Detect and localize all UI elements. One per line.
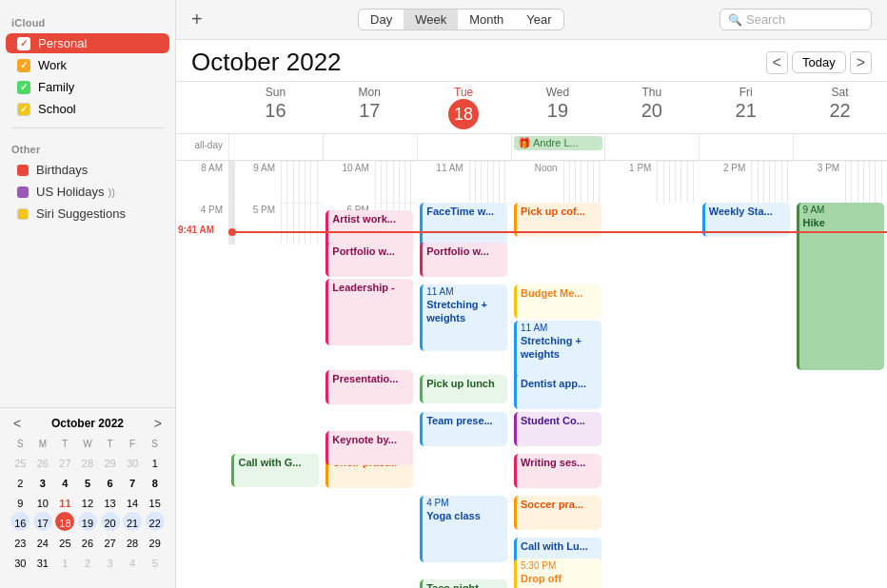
sidebar-item-birthdays[interactable]: Birthdays	[6, 160, 169, 180]
sidebar-item-school[interactable]: School	[6, 99, 169, 119]
time-cell-6-6[interactable]	[787, 161, 793, 203]
mini-cal-day-12[interactable]: 12	[78, 492, 97, 511]
event-3[interactable]: Leadership -	[325, 279, 413, 345]
mini-cal-day-17[interactable]: 17	[33, 512, 52, 531]
next-week-button[interactable]: >	[850, 51, 872, 74]
mini-cal-day-2[interactable]: 2	[10, 472, 30, 491]
mini-cal-day-27[interactable]: 27	[101, 532, 120, 551]
event-17[interactable]: Dentist app...	[514, 375, 601, 409]
mini-cal-day-6[interactable]: 6	[101, 472, 120, 491]
mini-cal-day-16[interactable]: 16	[10, 512, 30, 531]
time-label-0: 8 AM	[176, 161, 228, 203]
prev-week-button[interactable]: <	[766, 51, 788, 74]
mini-cal-day-8[interactable]: 8	[146, 472, 165, 491]
time-grid: 8 AM9 AM10 AM11 AMNoon1 PM2 PM3 PM4 PM5 …	[176, 161, 887, 588]
event-24[interactable]: 9 AMHike	[797, 203, 884, 370]
mini-cal-day-25-sep[interactable]: 25	[10, 452, 30, 471]
mini-cal-day-26[interactable]: 26	[78, 532, 97, 551]
event-2[interactable]: Portfolio w...	[325, 243, 413, 277]
time-cell-2-6[interactable]	[410, 161, 416, 203]
search-box[interactable]: 🔍 Search	[719, 9, 872, 30]
event-8[interactable]: Portfolio w...	[420, 243, 507, 277]
mini-cal-day-26-sep[interactable]: 26	[33, 452, 52, 471]
mini-cal-day-24[interactable]: 24	[33, 532, 52, 551]
time-cell-0-6[interactable]	[234, 161, 235, 203]
week-days-header: Sun 16 Mon 17 Tue 18 Wed 19 Thu 20 Fri 2…	[176, 82, 887, 134]
time-cell-3-6[interactable]	[504, 161, 510, 203]
mini-cal-day-29[interactable]: 29	[146, 532, 165, 551]
mini-cal-prev[interactable]: <	[10, 416, 25, 431]
mini-cal-next[interactable]: >	[150, 416, 166, 431]
wed-num: 19	[511, 99, 605, 122]
view-year-button[interactable]: Year	[515, 10, 562, 29]
view-day-button[interactable]: Day	[359, 10, 404, 29]
mini-cal-day-5[interactable]: 5	[78, 472, 97, 491]
mini-cal-day-14[interactable]: 14	[123, 492, 142, 511]
time-cell-4-6[interactable]	[599, 161, 604, 203]
mini-cal-day-1[interactable]: 1	[146, 452, 165, 471]
mini-cal-day-header-t: T	[54, 437, 76, 451]
sidebar-item-work[interactable]: Work	[6, 55, 169, 75]
event-11[interactable]: Team prese...	[420, 412, 507, 446]
allday-event-andre[interactable]: 🎁 Andre L...	[514, 136, 603, 150]
mini-cal-day-header-s2: S	[144, 437, 166, 451]
fri-num: 21	[699, 99, 793, 122]
mini-cal-day-30[interactable]: 30	[10, 552, 30, 571]
event-0[interactable]: Call with G...	[231, 454, 319, 487]
time-cell-5-6[interactable]	[693, 161, 699, 203]
mini-cal-day-10[interactable]: 10	[33, 492, 52, 511]
mini-cal-day-20[interactable]: 20	[101, 512, 120, 531]
mini-cal-day-9[interactable]: 9	[10, 492, 30, 511]
time-cell-1-6[interactable]	[317, 161, 323, 203]
event-10[interactable]: Pick up lunch	[420, 375, 507, 403]
event-9[interactable]: 11 AMStretching + weights	[420, 284, 507, 351]
event-18[interactable]: Student Co...	[514, 412, 601, 446]
mini-cal-day-21[interactable]: 21	[123, 512, 142, 531]
event-13[interactable]: 4 PMYoga class	[420, 496, 507, 562]
mini-cal-day-3-nov[interactable]: 3	[101, 552, 120, 571]
add-event-button[interactable]: +	[191, 9, 203, 30]
mini-cal-day-31[interactable]: 31	[33, 552, 52, 571]
time-cell-7-6[interactable]	[881, 161, 887, 203]
mini-cal-title: October 2022	[51, 417, 124, 430]
mini-cal-day-5-nov[interactable]: 5	[146, 552, 165, 571]
mini-cal-day-25[interactable]: 25	[55, 532, 74, 551]
fri-label: Fri	[739, 86, 753, 99]
mini-cal-day-29-sep[interactable]: 29	[101, 452, 120, 471]
time-cell-8-6[interactable]	[234, 203, 235, 245]
mini-cal-day-15[interactable]: 15	[146, 492, 165, 511]
today-button[interactable]: Today	[792, 51, 846, 73]
mini-cal-day-4-nov[interactable]: 4	[123, 552, 142, 571]
mini-cal-day-11[interactable]: 11	[55, 492, 74, 511]
mini-cal-day-28[interactable]: 28	[123, 532, 142, 551]
sidebar-item-us-holidays[interactable]: US Holidays ))	[6, 182, 169, 202]
mini-cal-day-4[interactable]: 4	[55, 472, 74, 491]
sidebar-item-family[interactable]: Family	[6, 77, 169, 97]
mini-cal-day-7[interactable]: 7	[123, 472, 142, 491]
time-cell-9-6[interactable]	[317, 203, 323, 245]
mini-cal-day-27-sep[interactable]: 27	[55, 452, 74, 471]
mini-cal-day-13[interactable]: 13	[101, 492, 120, 511]
event-4[interactable]: Presentatio...	[325, 370, 413, 404]
sidebar-item-personal[interactable]: Personal	[6, 33, 169, 53]
event-19[interactable]: Writing ses...	[514, 454, 601, 488]
event-12[interactable]: Taco night	[420, 579, 507, 588]
mini-cal-day-23[interactable]: 23	[10, 532, 30, 551]
mini-cal-day-22[interactable]: 22	[146, 512, 165, 531]
view-week-button[interactable]: Week	[404, 10, 458, 29]
view-month-button[interactable]: Month	[458, 10, 515, 29]
event-22[interactable]: 5:30 PMDrop off Grandma...	[514, 559, 601, 588]
mini-cal-day-18[interactable]: 18	[55, 512, 74, 531]
event-20[interactable]: Soccer pra...	[514, 496, 601, 530]
event-6[interactable]: Keynote by...	[325, 431, 413, 465]
mini-cal-day-2-nov[interactable]: 2	[78, 552, 97, 571]
mini-cal-day-28-sep[interactable]: 28	[78, 452, 97, 471]
mini-cal-day-1-nov[interactable]: 1	[55, 552, 74, 571]
mon-label: Mon	[359, 86, 381, 99]
mini-cal-day-3[interactable]: 3	[33, 472, 52, 491]
mini-cal-day-30-sep[interactable]: 30	[123, 452, 142, 471]
mini-cal-day-19[interactable]: 19	[78, 512, 97, 531]
time-gutter-header	[176, 82, 228, 133]
sidebar-item-siri-suggestions[interactable]: Siri Suggestions	[6, 204, 169, 224]
event-15[interactable]: Budget Me...	[514, 284, 601, 319]
